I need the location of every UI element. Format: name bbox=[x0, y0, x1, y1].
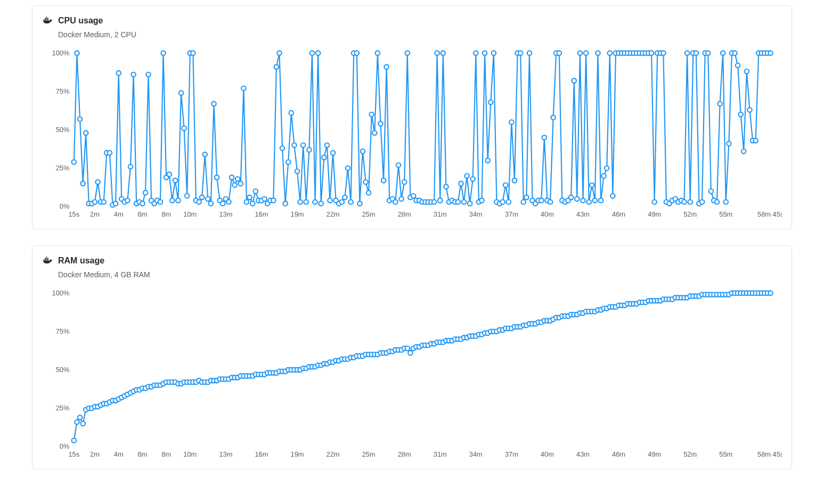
svg-point-210 bbox=[593, 198, 598, 203]
svg-point-137 bbox=[376, 51, 380, 55]
svg-text:55m: 55m bbox=[719, 451, 732, 459]
svg-point-83 bbox=[215, 175, 219, 180]
svg-rect-273 bbox=[47, 260, 48, 261]
svg-point-71 bbox=[179, 90, 184, 95]
svg-point-180 bbox=[503, 183, 508, 188]
ram-title: RAM usage bbox=[58, 256, 104, 266]
svg-point-59 bbox=[143, 191, 148, 195]
svg-point-42 bbox=[93, 200, 97, 204]
svg-point-70 bbox=[176, 198, 181, 203]
svg-point-126 bbox=[342, 195, 347, 200]
svg-point-192 bbox=[539, 198, 544, 203]
svg-point-185 bbox=[518, 51, 523, 55]
svg-point-140 bbox=[384, 64, 389, 69]
svg-text:10m: 10m bbox=[183, 210, 197, 218]
svg-point-183 bbox=[512, 178, 517, 183]
svg-point-166 bbox=[462, 200, 467, 204]
svg-point-196 bbox=[551, 115, 556, 120]
svg-rect-5 bbox=[46, 18, 47, 19]
svg-point-75 bbox=[191, 51, 195, 55]
svg-point-60 bbox=[146, 72, 151, 77]
svg-point-167 bbox=[464, 173, 469, 178]
svg-rect-275 bbox=[46, 258, 47, 259]
svg-point-107 bbox=[286, 160, 291, 164]
svg-point-198 bbox=[557, 51, 562, 55]
ram-usage-chart: 0%25%50%75%100%15s2m4m6m8m10m13m16m19m22… bbox=[42, 287, 782, 464]
svg-text:43m: 43m bbox=[576, 210, 590, 218]
ram-card-header: RAM usage bbox=[42, 255, 782, 266]
cpu-usage-chart: 0%25%50%75%100%15s2m4m6m8m10m13m16m19m22… bbox=[42, 47, 782, 224]
svg-point-216 bbox=[610, 194, 615, 199]
svg-point-149 bbox=[411, 194, 416, 199]
svg-point-211 bbox=[595, 51, 600, 55]
svg-point-93 bbox=[244, 200, 249, 204]
svg-point-73 bbox=[185, 194, 190, 199]
svg-point-182 bbox=[509, 120, 514, 125]
svg-point-85 bbox=[221, 201, 225, 206]
svg-point-118 bbox=[319, 201, 323, 206]
svg-point-156 bbox=[432, 200, 437, 204]
svg-rect-272 bbox=[46, 260, 47, 261]
svg-text:8m: 8m bbox=[161, 210, 171, 218]
svg-rect-0 bbox=[44, 20, 45, 21]
svg-point-242 bbox=[688, 200, 692, 204]
svg-point-173 bbox=[483, 51, 487, 55]
svg-point-90 bbox=[235, 177, 240, 181]
svg-point-248 bbox=[706, 51, 711, 55]
svg-point-132 bbox=[361, 149, 365, 154]
svg-text:13m: 13m bbox=[219, 210, 232, 218]
svg-point-147 bbox=[405, 51, 410, 55]
svg-point-87 bbox=[226, 200, 231, 204]
svg-text:100%: 100% bbox=[52, 289, 70, 297]
svg-rect-4 bbox=[45, 18, 46, 19]
svg-point-120 bbox=[325, 143, 330, 147]
svg-text:40m: 40m bbox=[541, 210, 554, 218]
svg-text:6m: 6m bbox=[137, 210, 147, 218]
svg-text:2m: 2m bbox=[90, 451, 100, 459]
svg-rect-7 bbox=[46, 17, 47, 18]
svg-point-254 bbox=[724, 200, 729, 204]
svg-point-157 bbox=[435, 51, 439, 55]
svg-point-68 bbox=[170, 198, 175, 203]
svg-point-111 bbox=[298, 200, 303, 204]
svg-point-195 bbox=[548, 200, 553, 204]
svg-text:16m: 16m bbox=[255, 210, 268, 218]
svg-point-209 bbox=[590, 183, 594, 188]
svg-text:31m: 31m bbox=[434, 210, 447, 218]
ram-usage-card: RAM usage Docker Medium, 4 GB RAM 0%25%5… bbox=[32, 245, 792, 469]
svg-point-212 bbox=[599, 198, 603, 203]
svg-point-418 bbox=[408, 351, 413, 356]
svg-rect-6 bbox=[47, 18, 48, 19]
svg-point-53 bbox=[125, 198, 130, 203]
svg-point-77 bbox=[197, 200, 201, 204]
svg-point-113 bbox=[304, 200, 308, 204]
svg-point-233 bbox=[661, 51, 666, 55]
svg-point-67 bbox=[167, 172, 172, 177]
svg-text:49m: 49m bbox=[648, 210, 661, 218]
svg-point-308 bbox=[80, 422, 85, 426]
svg-point-47 bbox=[108, 151, 112, 155]
svg-point-91 bbox=[239, 181, 243, 186]
svg-point-125 bbox=[340, 200, 345, 204]
svg-point-204 bbox=[575, 196, 580, 201]
svg-point-262 bbox=[747, 108, 752, 112]
svg-point-39 bbox=[84, 130, 88, 135]
svg-text:31m: 31m bbox=[434, 451, 447, 459]
svg-rect-270 bbox=[44, 260, 45, 261]
svg-point-130 bbox=[355, 51, 360, 55]
svg-point-253 bbox=[721, 51, 725, 55]
svg-point-54 bbox=[128, 164, 133, 169]
svg-point-246 bbox=[700, 200, 705, 204]
svg-text:28m: 28m bbox=[398, 210, 411, 218]
svg-point-187 bbox=[524, 195, 529, 200]
svg-point-417 bbox=[405, 346, 410, 351]
svg-point-172 bbox=[479, 198, 484, 203]
cpu-title: CPU usage bbox=[58, 16, 103, 26]
svg-point-539 bbox=[768, 291, 773, 296]
svg-text:25m: 25m bbox=[362, 210, 376, 218]
svg-point-136 bbox=[372, 130, 377, 135]
svg-point-117 bbox=[316, 51, 321, 55]
svg-point-89 bbox=[232, 183, 237, 188]
svg-point-135 bbox=[369, 112, 374, 117]
svg-point-252 bbox=[717, 102, 722, 106]
